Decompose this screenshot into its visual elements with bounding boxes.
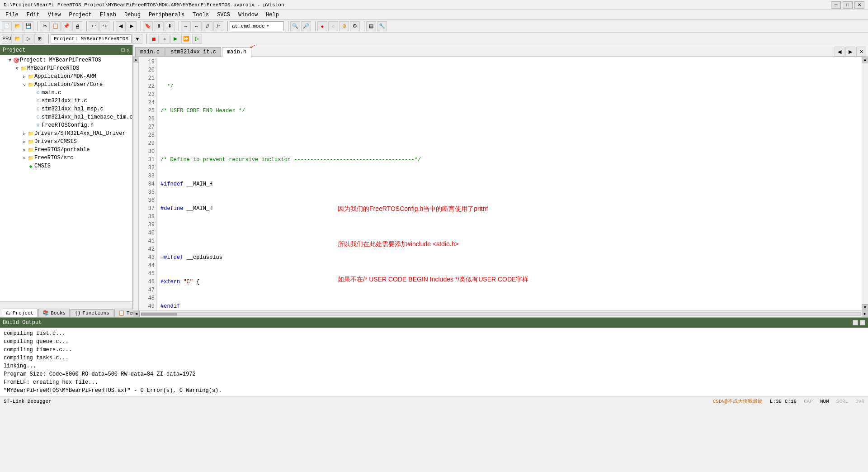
tree-item-stm32-it[interactable]: C stm32l4xx_it.c: [0, 97, 132, 105]
bookmark-prev-button[interactable]: ⬆: [154, 21, 164, 31]
menubar-item-svcs[interactable]: SVCS: [213, 11, 234, 19]
menubar-item-flash[interactable]: Flash: [96, 11, 120, 19]
editor-vscroll-left[interactable]: ▲: [133, 57, 139, 310]
tree-toggle-src[interactable]: ▷: [22, 155, 27, 161]
tree-item-main-c[interactable]: C main.c: [0, 89, 132, 97]
tab-scroll-right-button[interactable]: ▶: [845, 47, 855, 57]
tab-scroll-left-button[interactable]: ◀: [835, 47, 844, 57]
view-button[interactable]: ▤: [366, 21, 376, 31]
options-button[interactable]: ⚙: [350, 21, 360, 31]
new-button[interactable]: 📄: [2, 21, 12, 31]
scroll-down-btn[interactable]: ▼: [862, 304, 868, 310]
cursor-position: L:38 C:18: [770, 399, 797, 404]
tree-item-mybear[interactable]: ▽ 📁 MYBearPiFreeRTOS: [0, 64, 132, 72]
tree-item-cmsis[interactable]: ▷ 📁 Drivers/CMSIS: [0, 138, 132, 146]
debug-btn4[interactable]: ⏩: [181, 34, 191, 44]
search-button[interactable]: 🔍: [290, 21, 300, 31]
paste-button[interactable]: 📌: [61, 21, 71, 31]
tab-books[interactable]: 📚 Books: [38, 309, 70, 317]
cut-button[interactable]: ✂: [40, 21, 50, 31]
close-button[interactable]: ✕: [854, 1, 864, 9]
target-config-button[interactable]: ▼: [132, 34, 142, 44]
debug-btn2[interactable]: ●: [160, 34, 170, 44]
tab-close-button[interactable]: ✕: [856, 47, 866, 57]
editor-tab-main-c[interactable]: main.c: [135, 47, 165, 57]
tree-toggle-root[interactable]: ▽: [7, 57, 13, 63]
scroll-left-btn[interactable]: ◀: [133, 311, 140, 317]
bookmark-next-button[interactable]: ⬇: [165, 21, 175, 31]
menubar-item-file[interactable]: File: [2, 11, 22, 19]
settings-button[interactable]: 🔧: [377, 21, 387, 31]
undo-button[interactable]: ↩: [89, 21, 99, 31]
tree-item-root[interactable]: ▽ 🎯 Project: MYBearPiFreeRTOS: [0, 56, 132, 64]
scroll-up-btn[interactable]: ▲: [862, 57, 868, 63]
tab-project[interactable]: 🗂 Project: [2, 309, 38, 317]
tree-spacer-timebase: [29, 114, 34, 120]
hscroll-thumb[interactable]: [141, 313, 177, 315]
redo-button[interactable]: ↪: [99, 21, 109, 31]
tbtn2[interactable]: 📂: [13, 34, 23, 44]
print-button[interactable]: 🖨: [72, 21, 82, 31]
tree-item-timebase[interactable]: C stm32l4xx_hal_timebase_tim.c: [0, 113, 132, 121]
menubar-item-help[interactable]: Help: [262, 11, 283, 19]
tree-item-portable[interactable]: ▷ 📁 FreeRTOS/portable: [0, 146, 132, 154]
debug-btn5[interactable]: ▷: [192, 34, 202, 44]
build-expand-icon[interactable]: □: [853, 320, 858, 325]
minimize-button[interactable]: ─: [831, 1, 841, 9]
run-button[interactable]: ●: [317, 21, 327, 31]
maximize-button[interactable]: □: [843, 1, 853, 9]
debug-btn1[interactable]: ⏹: [149, 34, 159, 44]
scroll-up-icon[interactable]: ▲: [133, 57, 138, 62]
menubar-item-project[interactable]: Project: [65, 11, 95, 19]
project-scrollbar[interactable]: [0, 301, 132, 307]
tree-item-mdk-arm[interactable]: ▷ 📁 Application/MDK-ARM: [0, 72, 132, 81]
editor-tab-main-h[interactable]: main.h ←: [222, 47, 251, 57]
tree-toggle-portable[interactable]: ▷: [22, 147, 27, 153]
stop-button[interactable]: ○: [328, 21, 338, 31]
save-button[interactable]: 💾: [24, 21, 33, 31]
nav-forward-button[interactable]: ▶: [127, 21, 137, 31]
menubar-item-tools[interactable]: Tools: [189, 11, 212, 19]
tree-item-hal-msp[interactable]: C stm32l4xx_hal_msp.c: [0, 105, 132, 113]
open-button[interactable]: 📂: [13, 21, 23, 31]
find-button[interactable]: 🔎: [301, 21, 311, 31]
tree-item-cmsis-diamond[interactable]: ◆ CMSIS: [0, 162, 132, 170]
flash-button[interactable]: ⊕: [339, 21, 349, 31]
panel-close-icon[interactable]: ✕: [127, 47, 130, 54]
tree-item-freertos-config[interactable]: H FreeRTOSConfig.h: [0, 121, 132, 129]
tree-toggle-mybear[interactable]: ▽: [14, 66, 20, 71]
scroll-right-btn[interactable]: ▶: [862, 311, 868, 317]
editor-tab-stm32-it[interactable]: stm32l4xx_it.c: [165, 47, 221, 57]
debug-btn3[interactable]: ▶: [170, 34, 180, 44]
menubar-item-peripherals[interactable]: Peripherals: [145, 11, 188, 19]
comment-button[interactable]: //: [203, 21, 212, 31]
tbtn4[interactable]: ⊞: [34, 34, 44, 44]
menubar-item-view[interactable]: View: [44, 11, 65, 19]
menubar-item-edit[interactable]: Edit: [23, 11, 43, 19]
menubar-item-window[interactable]: Window: [235, 11, 261, 19]
code-content[interactable]: */ /* USER CODE END Header */ /* Define …: [157, 57, 862, 310]
build-close-icon[interactable]: ✕: [860, 320, 865, 325]
nav-back-button[interactable]: ◀: [116, 21, 126, 31]
project-button[interactable]: PRJ: [2, 34, 12, 44]
tree-item-user-core[interactable]: ▽ 📁 Application/User/Core: [0, 81, 132, 89]
code-editor: ▲ 1920212223 2425262728 2930313233 34353…: [133, 57, 868, 310]
editor-hscroll[interactable]: ◀ ▶: [133, 310, 868, 317]
indent-button[interactable]: →: [181, 21, 191, 31]
tree-toggle-cmsis[interactable]: ▷: [22, 139, 27, 144]
tree-item-hal-driver[interactable]: ▷ 📁 Drivers/STM32L4xx_HAL_Driver: [0, 129, 132, 138]
editor-vscroll-right[interactable]: ▲ ▼: [862, 57, 868, 310]
tree-toggle-user-core[interactable]: ▽: [22, 82, 27, 87]
tbtn3[interactable]: ▷: [24, 34, 33, 44]
unindent-button[interactable]: ←: [192, 21, 202, 31]
uncomment-button[interactable]: /*: [213, 21, 223, 31]
tree-item-src[interactable]: ▷ 📁 FreeRTOS/src: [0, 154, 132, 162]
menubar-item-debug[interactable]: Debug: [121, 11, 144, 19]
tree-toggle-mdk-arm[interactable]: ▷: [22, 74, 27, 79]
tree-toggle-hal-driver[interactable]: ▷: [22, 131, 27, 136]
copy-button[interactable]: 📋: [51, 21, 61, 31]
tab-functions[interactable]: {} Functions: [71, 309, 113, 317]
target-dropdown[interactable]: at_cmd_mode ▼: [230, 21, 284, 31]
panel-expand-icon[interactable]: □: [122, 47, 125, 54]
bookmark-button[interactable]: 🔖: [143, 21, 153, 31]
